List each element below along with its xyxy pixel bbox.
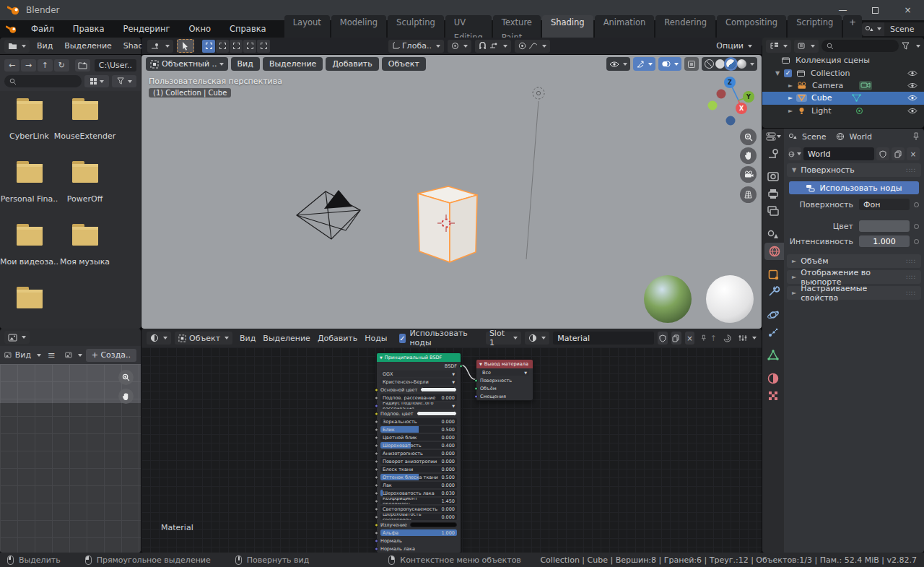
fb-new-folder-button[interactable] [75, 59, 90, 72]
particles-tab-icon[interactable] [762, 324, 784, 341]
cube-mesh-data-icon[interactable] [850, 93, 863, 103]
folder-item[interactable]: Моя музыка [57, 222, 113, 267]
camera-visibility-eye-icon[interactable] [907, 82, 918, 89]
color-swatch[interactable] [859, 220, 910, 232]
bsdf-row-7[interactable]: Шероховатость0.400 [377, 441, 461, 449]
overlays-toggle-icon[interactable] [658, 57, 681, 71]
light-expand-icon[interactable]: ► [787, 108, 794, 114]
active-tool-icon[interactable] [147, 40, 173, 53]
color-swatch[interactable] [410, 522, 457, 527]
bsdf-row-8[interactable]: Анизотропность0.000 [377, 449, 461, 457]
select-mode-subtract[interactable] [230, 40, 243, 53]
output-node-header[interactable]: ▼Вывод материала [476, 360, 533, 368]
breadcrumb-world[interactable]: World [850, 132, 873, 142]
input-socket[interactable] [474, 386, 478, 390]
input-socket[interactable] [375, 459, 378, 463]
surface-expand-icon[interactable]: ▼ [792, 167, 796, 173]
output-input-row-2[interactable]: Смещения [476, 392, 533, 400]
principled-bsdf-node[interactable]: ▼Принципиальный BSDF BSDF GGX▼Кристенсен… [376, 352, 461, 553]
render-tab-icon[interactable] [762, 168, 784, 185]
cube-expand-icon[interactable]: ► [787, 95, 794, 101]
image-editor-canvas[interactable] [0, 364, 141, 553]
input-socket[interactable] [375, 388, 378, 391]
bsdf-row-16[interactable]: Шероховатость светопропу0.000 [377, 513, 461, 521]
fb-path-field[interactable]: C:\User.. [95, 59, 136, 72]
gizmos-toggle-icon[interactable] [633, 57, 655, 71]
output-target-row[interactable]: Все▼ [476, 368, 533, 376]
object-tab-icon[interactable] [762, 266, 784, 283]
input-socket[interactable] [375, 420, 378, 423]
input-socket[interactable] [375, 547, 378, 550]
input-socket[interactable] [375, 491, 378, 495]
fb-parent-button[interactable]: ↑ [38, 59, 53, 72]
close-button[interactable]: × [892, 0, 924, 20]
fb-refresh-button[interactable]: ↻ [54, 59, 69, 72]
camera-data-icon[interactable] [859, 81, 872, 90]
outliner-type-icon[interactable] [766, 40, 791, 53]
custom-props-panel-header[interactable]: ► Настраиваемые свойства ∷∷ [787, 286, 921, 300]
select-mode-new[interactable] [202, 40, 215, 53]
fb-search-input[interactable] [4, 75, 82, 87]
fake-user-shield-icon[interactable] [876, 147, 889, 160]
bsdf-row-10[interactable]: Блеск ткани0.000 [377, 465, 461, 473]
shader-menu-0[interactable]: Вид [236, 334, 259, 343]
light-data-icon[interactable] [854, 106, 865, 116]
folder-item[interactable]: Мои видеоза.. [1, 222, 57, 267]
viewport-3d[interactable]: Z Y X Объектный .. ВидВыделениеДобавитьО… [141, 55, 762, 329]
collection-checkbox[interactable]: ✓ [784, 69, 792, 77]
material-output-node[interactable]: ▼Вывод материала Все▼ ПоверхностьОбъёмСм… [476, 359, 533, 401]
material-fake-user-icon[interactable] [658, 332, 668, 345]
tool-tab-icon[interactable] [762, 144, 784, 162]
material-tab-icon[interactable] [762, 370, 784, 387]
bsdf-row-14[interactable]: Коэффициент преломлен1.450 [377, 497, 461, 505]
input-socket[interactable] [375, 467, 378, 471]
bsdf-row-0[interactable]: Основной цвет [377, 386, 461, 394]
cube-visibility-eye-icon[interactable] [907, 95, 918, 101]
maximize-button[interactable] [859, 0, 892, 20]
input-socket[interactable] [375, 507, 378, 511]
shading-solid-icon[interactable] [715, 59, 725, 69]
input-socket[interactable] [474, 394, 478, 398]
surface-panel-header[interactable]: ▼ Поверхность ∷∷ [787, 163, 921, 177]
outliner-display-mode-icon[interactable] [794, 40, 819, 53]
bsdf-row-20[interactable]: Нормаль лака [377, 545, 461, 553]
pivot-point-dropdown[interactable] [448, 40, 471, 53]
panel-drag-dots[interactable]: ∷∷ [907, 167, 916, 174]
shader-node-canvas[interactable]: ▼Принципиальный BSDF BSDF GGX▼Кристенсен… [141, 347, 762, 553]
outliner-row-collection[interactable]: ▼ ✓ Collection [762, 66, 924, 79]
shader-menu-1[interactable]: Выделение [259, 334, 314, 343]
file-browser-type-icon[interactable] [4, 40, 30, 53]
hamburger-menu-icon[interactable]: ≡ [48, 350, 56, 360]
input-socket[interactable] [474, 378, 478, 382]
shader-use-nodes-label[interactable]: Использовать ноды [409, 329, 471, 347]
bsdf-row-13[interactable]: Шероховатость лака0.030 [377, 489, 461, 497]
fb-back-button[interactable]: ← [4, 59, 19, 72]
shading-wireframe-icon[interactable] [705, 59, 714, 69]
output-input-row-1[interactable]: Объём [476, 384, 533, 392]
scene-icon[interactable] [862, 22, 884, 36]
fb-menu-select[interactable]: Выделение [60, 41, 116, 51]
editor-options-icon[interactable] [738, 332, 757, 345]
shading-material-icon[interactable] [726, 59, 736, 69]
bsdf-row-19[interactable]: Нормаль [377, 537, 461, 545]
shader-type-dropdown[interactable]: Объект [175, 332, 232, 345]
bsdf-row-6[interactable]: Цветной блик0.000 [377, 433, 461, 441]
bsdf-row-2[interactable]: Радиус подпове..ого рассеивания▼ [377, 402, 461, 410]
image-pan-hand-icon[interactable] [118, 389, 134, 404]
proportional-editing-icon[interactable] [515, 40, 550, 53]
physics-tab-icon[interactable] [762, 306, 784, 324]
input-socket[interactable] [375, 515, 378, 519]
interaction-mode-dropdown[interactable]: Объектный .. [146, 57, 228, 71]
scene-collection-label[interactable]: Коллекция сцены [796, 56, 870, 65]
bsdf-row-5[interactable]: Блик0.500 [377, 425, 461, 433]
color-swatch[interactable] [420, 387, 457, 392]
snap-magnet-icon[interactable] [475, 40, 511, 53]
fb-filter-icon[interactable] [112, 75, 136, 87]
pan-hand-icon[interactable] [740, 147, 757, 164]
input-socket[interactable] [375, 523, 378, 527]
collection-expand-icon[interactable]: ▼ [774, 70, 781, 77]
fb-display-mode-icon[interactable] [84, 75, 109, 87]
options-dropdown[interactable]: Опции [712, 40, 756, 53]
viewport-menu-1[interactable]: Выделение [263, 57, 323, 71]
material-preview-sphere[interactable] [706, 275, 754, 323]
